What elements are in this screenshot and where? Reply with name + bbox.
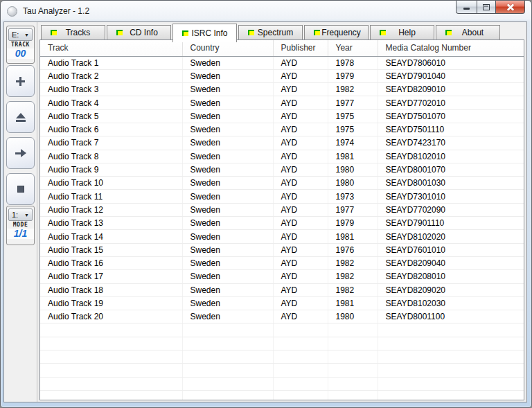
table-row[interactable]: Audio Track 10SwedenAYD1980SEAYD8001030 <box>40 177 524 190</box>
table-cell: AYD <box>273 270 328 283</box>
empty-row[interactable] <box>40 337 524 350</box>
table-row[interactable]: Audio Track 20SwedenAYD1980SEAYD8001100 <box>40 310 524 323</box>
sidebar: E: ▼ TRACK 00 1: ▼ MODE 1/1 <box>4 22 37 402</box>
mode-selector[interactable]: 1: ▼ <box>8 209 33 221</box>
table-row[interactable]: Audio Track 5SwedenAYD1975SEAYD7501070 <box>40 109 524 123</box>
app-icon <box>7 6 17 17</box>
table-cell <box>40 351 182 364</box>
table-cell: Sweden <box>182 83 273 96</box>
table-row[interactable]: Audio Track 8SwedenAYD1981SEAYD8102010 <box>40 150 524 163</box>
empty-row[interactable] <box>40 364 524 377</box>
table-row[interactable]: Audio Track 13SwedenAYD1979SEAYD7901110 <box>40 217 524 230</box>
table-cell: Audio Track 11 <box>40 190 182 203</box>
table-cell: Sweden <box>182 283 273 296</box>
table-cell: AYD <box>273 230 328 243</box>
table-row[interactable]: Audio Track 18SwedenAYD1982SEAYD8209020 <box>40 283 524 296</box>
table-row[interactable]: Audio Track 4SwedenAYD1977SEAYD7702010 <box>40 96 524 109</box>
table-cell: AYD <box>273 310 328 323</box>
table-cell: Audio Track 15 <box>40 243 182 256</box>
minimize-button[interactable] <box>456 1 477 14</box>
table-cell <box>328 351 378 364</box>
table-cell: Audio Track 13 <box>40 217 182 230</box>
table-cell: 1979 <box>328 69 378 82</box>
empty-row[interactable] <box>40 377 524 390</box>
client-area: E: ▼ TRACK 00 1: ▼ MODE 1/1 <box>3 21 527 402</box>
tab-about[interactable]: About <box>436 25 500 39</box>
table-row[interactable]: Audio Track 16SwedenAYD1982SEAYD8209040 <box>40 256 524 269</box>
table-cell: 1982 <box>328 83 378 96</box>
table-cell: SEAYD8208010 <box>378 270 524 283</box>
add-button[interactable] <box>6 65 35 97</box>
track-label: TRACK <box>7 42 34 48</box>
table-cell: Audio Track 8 <box>40 150 182 163</box>
table-cell: SEAYD8209020 <box>378 283 524 296</box>
table-cell <box>40 323 182 337</box>
table-cell <box>273 390 328 400</box>
table-cell: 1976 <box>328 243 378 256</box>
table-cell <box>182 323 273 337</box>
table-cell: AYD <box>273 190 328 203</box>
column-header[interactable]: Publisher <box>273 40 328 56</box>
tab-frequency[interactable]: Frequency <box>304 25 369 39</box>
eject-button[interactable] <box>6 101 35 133</box>
table-cell: 1979 <box>328 217 378 230</box>
chevron-down-icon: ▼ <box>24 213 29 218</box>
drive-selector-value: E: <box>12 30 19 39</box>
table-row[interactable]: Audio Track 9SwedenAYD1980SEAYD8001070 <box>40 163 524 176</box>
table-cell: AYD <box>273 283 328 296</box>
close-button[interactable] <box>496 1 525 14</box>
empty-row[interactable] <box>40 323 524 337</box>
table-cell: AYD <box>273 296 328 310</box>
column-header[interactable]: Country <box>182 40 273 56</box>
table-row[interactable]: Audio Track 11SwedenAYD1973SEAYD7301010 <box>40 190 524 203</box>
table-row[interactable]: Audio Track 17SwedenAYD1982SEAYD8208010 <box>40 270 524 283</box>
table-row[interactable]: Audio Track 3SwedenAYD1982SEAYD8209010 <box>40 83 524 96</box>
table-cell: Sweden <box>182 243 273 256</box>
table-cell <box>182 351 273 364</box>
tab-spectrum[interactable]: Spectrum <box>238 25 303 39</box>
table-cell: 1980 <box>328 310 378 323</box>
table-row[interactable]: Audio Track 14SwedenAYD1981SEAYD8102020 <box>40 230 524 243</box>
table-cell: 1981 <box>328 230 378 243</box>
table-cell <box>378 364 524 377</box>
empty-row[interactable] <box>40 351 524 364</box>
drive-selector[interactable]: E: ▼ <box>8 28 33 41</box>
table-cell: Audio Track 7 <box>40 136 182 150</box>
column-header[interactable]: Track <box>40 40 182 56</box>
mode-value-display: 1/1 <box>7 229 34 239</box>
table-cell: SEAYD7501070 <box>378 109 524 123</box>
table-cell: 1974 <box>328 136 378 150</box>
table-cell: SEAYD8102010 <box>378 150 524 163</box>
tab-cd-info[interactable]: CD Info <box>107 25 171 39</box>
table-cell <box>328 390 378 400</box>
table-row[interactable]: Audio Track 7SwedenAYD1974SEAYD7423170 <box>40 136 524 150</box>
tab-isrc-info[interactable]: ISRC Info <box>172 24 237 42</box>
chevron-down-icon: ▼ <box>24 33 29 37</box>
table-cell: SEAYD8102020 <box>378 230 524 243</box>
table-cell: Audio Track 2 <box>40 69 182 82</box>
table-cell: SEAYD7901110 <box>378 217 524 230</box>
next-button[interactable] <box>6 137 35 169</box>
table-cell: AYD <box>273 96 328 109</box>
table-row[interactable]: Audio Track 2SwedenAYD1979SEAYD7901040 <box>40 69 524 82</box>
isrc-table[interactable]: TrackCountryPublisherYearMedia Catalog N… <box>40 40 524 400</box>
table-row[interactable]: Audio Track 6SwedenAYD1975SEAYD7501110 <box>40 123 524 136</box>
table-cell: Sweden <box>182 136 273 150</box>
table-row[interactable]: Audio Track 12SwedenAYD1977SEAYD7702090 <box>40 203 524 216</box>
tab-label: Help <box>386 28 434 37</box>
maximize-icon <box>483 4 490 10</box>
table-row[interactable]: Audio Track 15SwedenAYD1976SEAYD7601010 <box>40 243 524 256</box>
table-cell: SEAYD8001030 <box>378 177 524 190</box>
table-cell <box>328 377 378 390</box>
empty-row[interactable] <box>40 390 524 400</box>
tab-tracks[interactable]: Tracks <box>41 25 105 39</box>
maximize-button[interactable] <box>477 1 496 14</box>
column-header[interactable]: Year <box>328 40 378 56</box>
title-bar[interactable]: Tau Analyzer - 1.2 <box>1 1 531 21</box>
stop-button[interactable] <box>6 173 35 205</box>
tab-help[interactable]: Help <box>370 25 434 39</box>
table-row[interactable]: Audio Track 1SwedenAYD1978SEAYD7806010 <box>40 56 524 69</box>
column-header[interactable]: Media Catalog Number <box>378 40 524 56</box>
table-row[interactable]: Audio Track 19SwedenAYD1981SEAYD8102030 <box>40 296 524 310</box>
table-cell: 1978 <box>328 56 378 69</box>
